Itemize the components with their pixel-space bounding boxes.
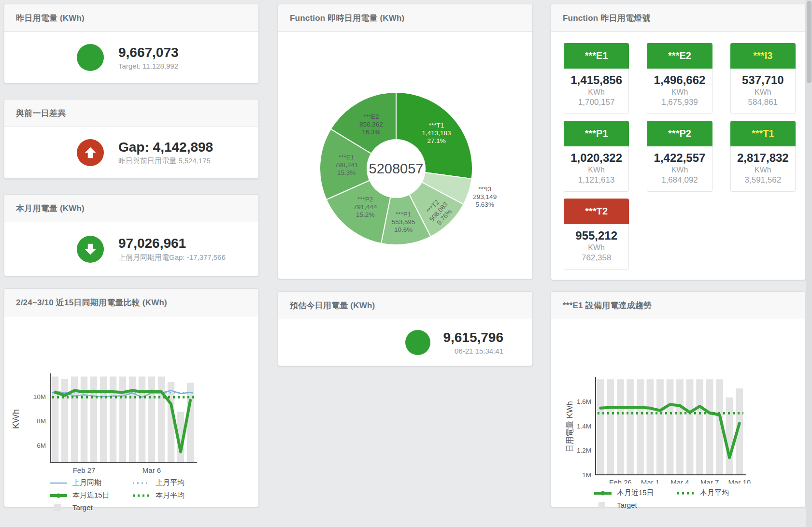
panel-lights-title: Function 昨日用電燈號 — [563, 13, 650, 24]
light-tile-grid: ***E11,415,856KWh1,700,157***E21,496,662… — [551, 32, 805, 279]
tile-header-label: ***T2 — [564, 199, 629, 224]
legend-swatch-icon — [594, 489, 612, 497]
panel-compare-chart: 2/24~3/10 近15日同期用電量比較 (KWh) 6M8M10MFeb 2… — [4, 288, 259, 507]
panel-lights-header: Function 昨日用電燈號 — [551, 4, 805, 32]
x-tick-label: Mar 7 — [700, 478, 719, 484]
panel-trend-chart: ***E1 設備用電達成趨勢 1M1.2M1.4M1.6MFeb 26Mar 1… — [551, 291, 806, 507]
tile-body: 1,422,557KWh1,684,092 — [647, 146, 712, 192]
y-tick-label: 1M — [582, 471, 591, 479]
tile-baseline: 1,684,092 — [649, 175, 710, 185]
light-tile-P1: ***P11,020,322KWh1,121,613 — [564, 121, 629, 192]
tile-value: 1,415,856 — [566, 73, 627, 87]
legend-label: 本月平均 — [156, 491, 185, 500]
arrow-up-circle-icon — [77, 139, 104, 166]
y-axis-title: KWh — [11, 409, 21, 429]
x-tick-label: Mar 6 — [142, 466, 161, 473]
tile-unit: KWh — [649, 166, 710, 174]
forecast-timestamp: 06-21 15:34:41 — [443, 347, 503, 355]
tile-header-label: ***T1 — [730, 121, 796, 146]
month-usage-value: 97,026,961 — [118, 236, 226, 251]
target-bar — [656, 379, 664, 475]
forecast-status-circle-icon — [405, 330, 430, 355]
legend-item-本月平均[interactable]: 本月平均 — [132, 491, 243, 500]
legend-swatch-icon — [132, 492, 151, 499]
legend-item-Target[interactable]: Target — [594, 501, 677, 509]
legend-swatch-icon — [49, 504, 68, 512]
tile-baseline: 1,121,613 — [566, 175, 627, 185]
legend-swatch-icon — [132, 479, 151, 487]
day-gap-value: Gap: 4,142,898 — [118, 140, 213, 155]
tile-value: 1,422,557 — [649, 151, 710, 165]
panel-day-gap: 與前一日差異 Gap: 4,142,898 昨日與前日用電量 5,524,175 — [4, 99, 259, 179]
tile-unit: KWh — [733, 88, 793, 97]
tile-body: 1,415,856KWh1,700,157 — [564, 69, 629, 114]
legend-item-上月平均[interactable]: 上月平均 — [132, 478, 243, 487]
tile-body: 1,496,662KWh1,675,939 — [647, 69, 712, 114]
target-bar — [139, 377, 145, 463]
arrow-up-icon — [83, 145, 98, 160]
x-tick-label: Feb 27 — [73, 466, 96, 473]
light-tile-E2: ***E21,496,662KWh1,675,939 — [647, 43, 712, 114]
panel-yesterday-header: 昨日用電量 (KWh) — [4, 4, 258, 32]
legend-label: 上月平均 — [156, 478, 185, 487]
tile-unit: KWh — [649, 88, 710, 97]
panel-forecast: 預估今日用電量 (KWh) 9,615,796 06-21 15:34:41 — [278, 291, 533, 366]
light-tile-T1: ***T12,817,832KWh3,591,562 — [730, 121, 796, 192]
realtime-donut-chart: ***T11,413,18327.1%***I3293,1495.63%***T… — [278, 32, 532, 279]
y-tick-label: 6M — [37, 442, 46, 449]
compare-line-chart: 6M8M10MFeb 27Mar 6KWh — [4, 316, 258, 473]
tile-header-label: ***E2 — [647, 43, 712, 69]
legend-item-本月平均[interactable]: 本月平均 — [677, 488, 788, 498]
x-tick-label: Mar 10 — [728, 478, 751, 484]
legend-label: Target — [72, 503, 93, 512]
trend-legend: 本月近15日本月平均Target — [594, 488, 805, 509]
legend-item-上月同期[interactable]: 上月同期 — [49, 478, 132, 487]
legend-swatch-icon — [49, 479, 68, 487]
legend-item-本月近15日[interactable]: 本月近15日 — [49, 491, 132, 500]
forecast-value: 9,615,796 — [443, 330, 503, 345]
panel-realtime-title: Function 即時日用電量 (KWh) — [290, 13, 404, 24]
day-gap-subtext: 昨日與前日用電量 5,524,175 — [118, 157, 213, 166]
tile-value: 955,212 — [566, 229, 627, 242]
scrollbar-thumb[interactable] — [807, 1, 812, 83]
x-tick-label: Mar 1 — [641, 478, 659, 484]
tile-value: 2,817,832 — [733, 151, 793, 165]
light-tile-T2: ***T2955,212KWh762,358 — [564, 199, 629, 270]
legend-swatch-icon — [677, 489, 695, 497]
legend-label: 上月同期 — [72, 478, 101, 487]
tile-value: 1,496,662 — [649, 73, 710, 87]
panel-realtime-header: Function 即時日用電量 (KWh) — [278, 4, 532, 32]
y-tick-label: 1.4M — [577, 423, 591, 430]
legend-swatch-icon — [594, 501, 612, 509]
legend-item-本月近15日[interactable]: 本月近15日 — [594, 488, 677, 498]
tile-header-label: ***I3 — [730, 43, 796, 69]
tile-body: 2,817,832KWh3,591,562 — [730, 146, 796, 192]
arrow-down-icon — [83, 242, 98, 256]
legend-item-Target[interactable]: Target — [49, 503, 132, 512]
scrollbar-track[interactable] — [806, 0, 812, 527]
tile-body: 955,212KWh762,358 — [564, 224, 629, 270]
tile-header-label: ***E1 — [564, 43, 629, 69]
panel-yesterday-usage: 昨日用電量 (KWh) 9,667,073 Target: 11,128,992 — [4, 4, 259, 84]
panel-lights: Function 昨日用電燈號 ***E11,415,856KWh1,700,1… — [551, 4, 806, 280]
target-bar — [696, 379, 703, 475]
yesterday-usage-target: Target: 11,128,992 — [118, 62, 179, 70]
legend-swatch-icon — [49, 492, 68, 499]
panel-month-usage: 本月用電量 (KWh) 97,026,961 上個月同期用電Gap: -17,3… — [4, 194, 259, 276]
y-axis-title: 日用電量 KWh — [565, 401, 574, 452]
target-bar — [726, 398, 733, 475]
target-bar — [617, 379, 624, 475]
tile-baseline: 3,591,562 — [733, 175, 793, 185]
tile-baseline: 762,358 — [566, 253, 627, 263]
tile-unit: KWh — [566, 243, 627, 252]
target-bar — [81, 377, 87, 463]
x-tick-label: Mar 4 — [670, 478, 689, 484]
legend-label: 本月近15日 — [617, 488, 654, 498]
target-bar — [100, 377, 107, 463]
tile-baseline: 1,700,157 — [566, 98, 627, 107]
target-bar — [627, 379, 634, 475]
tile-body: 537,710KWh584,861 — [730, 69, 796, 114]
arrow-down-circle-icon — [77, 236, 104, 263]
y-tick-label: 10M — [33, 393, 46, 400]
tile-baseline: 584,861 — [733, 98, 793, 107]
